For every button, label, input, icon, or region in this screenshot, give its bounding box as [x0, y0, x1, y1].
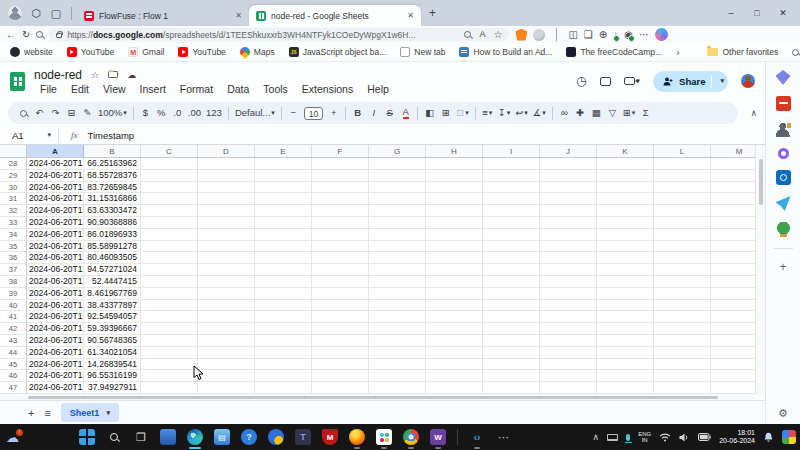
cell-empty[interactable] — [312, 182, 369, 194]
cell-empty[interactable] — [597, 347, 654, 359]
cell-empty[interactable] — [540, 347, 597, 359]
cell-empty[interactable] — [711, 264, 755, 276]
version-history-icon[interactable]: ◷ — [576, 74, 586, 88]
cell-value[interactable]: 92.54594057 — [84, 311, 141, 323]
cell-empty[interactable] — [198, 217, 255, 229]
video-call-icon[interactable]: ▾ — [624, 77, 641, 85]
cell-timestamp[interactable]: 2024-06-20T12:2 — [27, 217, 84, 229]
formula-input[interactable]: Timestamp — [88, 130, 135, 141]
sidebar-contacts-icon[interactable] — [776, 122, 791, 137]
cell-empty[interactable] — [597, 264, 654, 276]
row-header[interactable]: 47 — [0, 382, 27, 394]
insert-comment-button[interactable]: ✚ — [573, 104, 588, 122]
cell-empty[interactable] — [426, 276, 483, 288]
cell-empty[interactable] — [483, 288, 540, 300]
row-header[interactable]: 40 — [0, 300, 27, 312]
column-header-H[interactable]: H — [426, 145, 483, 157]
horizontal-align-button[interactable]: ≡▾ — [480, 104, 495, 122]
cell-value[interactable]: 66.25163962 — [84, 158, 141, 170]
more-menu-icon[interactable]: ⋯ — [639, 30, 649, 40]
cell-empty[interactable] — [312, 288, 369, 300]
taskbar-get-help-icon[interactable]: ? — [241, 429, 257, 445]
cell-empty[interactable] — [198, 229, 255, 241]
column-header-D[interactable]: D — [198, 145, 255, 157]
cell-empty[interactable] — [540, 335, 597, 347]
new-tab-button[interactable]: + — [429, 6, 436, 20]
sidebar-toolbox-icon[interactable] — [776, 96, 791, 111]
star-icon[interactable]: ☆ — [91, 70, 99, 80]
cell-empty[interactable] — [198, 323, 255, 335]
cell-empty[interactable] — [312, 359, 369, 371]
cell-empty[interactable] — [426, 335, 483, 347]
taskbar-start-icon[interactable] — [79, 429, 95, 445]
cell-empty[interactable] — [483, 347, 540, 359]
tab-google-sheets[interactable]: node-red - Google Sheets ✕ — [249, 5, 421, 26]
cell-empty[interactable] — [141, 241, 198, 253]
cell-empty[interactable] — [141, 170, 198, 182]
cell-empty[interactable] — [198, 158, 255, 170]
cell-empty[interactable] — [312, 382, 369, 394]
cell-timestamp[interactable]: 2024-06-20T12:2 — [27, 229, 84, 241]
cell-timestamp[interactable]: 2024-06-20T12:2 — [27, 370, 84, 382]
cell-timestamp[interactable]: 2024-06-20T12:2 — [27, 264, 84, 276]
cell-value[interactable]: 59.39396667 — [84, 323, 141, 335]
read-aloud-icon[interactable]: A — [479, 30, 485, 39]
cell-empty[interactable] — [198, 347, 255, 359]
row-header[interactable]: 37 — [0, 264, 27, 276]
notifications-bell-icon[interactable] — [763, 432, 774, 443]
cell-empty[interactable] — [711, 335, 755, 347]
cell-value[interactable]: 68.55728376 — [84, 170, 141, 182]
cell-empty[interactable] — [426, 252, 483, 264]
cell-timestamp[interactable]: 2024-06-20T12:2 — [27, 288, 84, 300]
menu-file[interactable]: File — [34, 83, 63, 95]
sheet-tab-sheet1[interactable]: Sheet1 ▾ — [61, 403, 119, 422]
cell-timestamp[interactable]: 2024-06-20T12:2 — [27, 347, 84, 359]
cell-timestamp[interactable]: 2024-06-20T12:2 — [27, 382, 84, 394]
cell-empty[interactable] — [312, 323, 369, 335]
taskbar-teams-icon[interactable]: T — [295, 429, 311, 445]
row-header[interactable]: 28 — [0, 158, 27, 170]
cell-empty[interactable] — [426, 229, 483, 241]
cell-empty[interactable] — [312, 217, 369, 229]
extension-icon[interactable] — [533, 29, 545, 41]
name-box[interactable]: A1 ▾ — [0, 130, 58, 141]
cell-empty[interactable] — [141, 252, 198, 264]
cell-empty[interactable] — [255, 347, 312, 359]
split-screen-icon[interactable]: ◫ — [568, 30, 577, 40]
cell-empty[interactable] — [654, 158, 711, 170]
cell-empty[interactable] — [312, 300, 369, 312]
cell-empty[interactable] — [426, 264, 483, 276]
cell-empty[interactable] — [312, 276, 369, 288]
menu-tools[interactable]: Tools — [257, 83, 294, 95]
cell-empty[interactable] — [198, 382, 255, 394]
cell-empty[interactable] — [540, 158, 597, 170]
cell-empty[interactable] — [369, 323, 426, 335]
taskbar-more-icon[interactable]: ⋯ — [496, 429, 512, 445]
cell-empty[interactable] — [255, 311, 312, 323]
cell-empty[interactable] — [597, 170, 654, 182]
cell-empty[interactable] — [711, 300, 755, 312]
cell-empty[interactable] — [711, 182, 755, 194]
cell-empty[interactable] — [654, 193, 711, 205]
cell-empty[interactable] — [141, 264, 198, 276]
column-header-B[interactable]: B — [84, 145, 141, 157]
cell-empty[interactable] — [654, 347, 711, 359]
cell-empty[interactable] — [597, 276, 654, 288]
cell-empty[interactable] — [141, 193, 198, 205]
cell-empty[interactable] — [255, 370, 312, 382]
cell-empty[interactable] — [654, 205, 711, 217]
cell-empty[interactable] — [540, 323, 597, 335]
maximize-button[interactable]: □ — [744, 3, 770, 23]
cell-empty[interactable] — [369, 347, 426, 359]
cell-empty[interactable] — [255, 382, 312, 394]
taskbar-edge-icon[interactable] — [187, 429, 203, 445]
row-header[interactable]: 45 — [0, 359, 27, 371]
cell-empty[interactable] — [255, 229, 312, 241]
cell-value[interactable]: 37.94927911 — [84, 382, 141, 394]
cell-empty[interactable] — [540, 311, 597, 323]
cell-empty[interactable] — [540, 276, 597, 288]
cell-empty[interactable] — [597, 158, 654, 170]
search-icon[interactable] — [36, 31, 43, 38]
comments-icon[interactable] — [600, 77, 611, 86]
cell-timestamp[interactable]: 2024-06-20T12:2 — [27, 182, 84, 194]
